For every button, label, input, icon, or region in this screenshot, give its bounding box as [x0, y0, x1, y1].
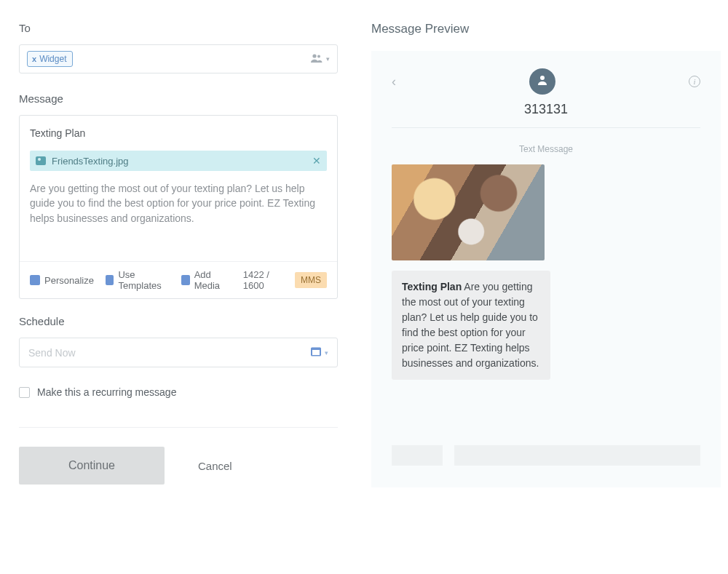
media-icon [181, 275, 190, 285]
to-field[interactable]: x Widget ▾ [19, 44, 338, 73]
cancel-button[interactable]: Cancel [194, 459, 237, 473]
text-message-label: Text Message [384, 144, 708, 154]
templates-label: Use Templates [118, 269, 170, 291]
svg-point-1 [317, 55, 320, 57]
svg-point-4 [540, 76, 545, 80]
character-counter: 1422 / 1600 [243, 269, 285, 291]
avatar [529, 68, 555, 95]
use-templates-button[interactable]: Use Templates [106, 269, 170, 291]
recurring-row[interactable]: Make this a recurring message [19, 386, 338, 398]
attachment-chip: FriendsTexting.jpg ✕ [30, 151, 327, 171]
mms-badge: MMS [295, 272, 327, 288]
bubble-body: Are you getting the most out of your tex… [402, 281, 539, 369]
chip-remove-icon[interactable]: x [32, 55, 36, 63]
schedule-placeholder: Send Now [28, 347, 76, 359]
message-composer: Texting Plan FriendsTexting.jpg ✕ Are yo… [19, 115, 338, 299]
schedule-field[interactable]: Send Now ▾ [19, 338, 338, 367]
preview-canvas: ‹ i 313131 Text Message Texting Plan Are… [371, 51, 721, 487]
remove-attachment-button[interactable]: ✕ [312, 155, 321, 167]
info-icon: i [689, 76, 700, 87]
preview-input-placeholder [384, 445, 708, 466]
skeleton-block [392, 445, 443, 466]
divider [19, 427, 338, 428]
personalize-label: Personalize [44, 275, 94, 286]
attachment-filename: FriendsTexting.jpg [52, 156, 129, 167]
recipient-chip[interactable]: x Widget [27, 51, 73, 67]
composer-toolbar: Personalize Use Templates Add Media 1422… [20, 261, 337, 298]
personalize-icon [30, 275, 40, 285]
templates-icon [106, 275, 114, 285]
add-media-button[interactable]: Add Media [181, 269, 232, 291]
preview-title: Message Preview [371, 22, 721, 36]
to-label: To [19, 22, 338, 34]
chevron-down-icon: ▾ [325, 349, 328, 356]
people-icon [311, 53, 324, 65]
personalize-button[interactable]: Personalize [30, 275, 94, 286]
message-label: Message [19, 92, 338, 105]
add-recipients-button[interactable]: ▾ [311, 53, 330, 65]
message-bubble: Texting Plan Are you getting the most ou… [392, 271, 550, 380]
calendar-icon [310, 346, 322, 359]
chip-label: Widget [39, 54, 66, 64]
skeleton-block [454, 445, 700, 466]
back-icon: ‹ [392, 74, 396, 89]
message-body-textarea[interactable]: Are you getting the most out of your tex… [30, 181, 327, 261]
sender-number: 313131 [384, 102, 708, 117]
recurring-label: Make this a recurring message [37, 386, 176, 398]
image-icon [36, 156, 46, 165]
chevron-down-icon: ▾ [326, 55, 330, 63]
preview-panel: Message Preview ‹ i 313131 Text Message … [357, 0, 728, 574]
person-icon [537, 74, 548, 89]
svg-point-0 [312, 54, 316, 57]
bubble-subject: Texting Plan [402, 281, 462, 292]
schedule-label: Schedule [19, 315, 338, 327]
compose-panel: To x Widget ▾ Message Texting Plan Frie [0, 0, 357, 574]
svg-rect-3 [312, 350, 320, 355]
recurring-checkbox[interactable] [19, 387, 30, 398]
continue-button[interactable]: Continue [19, 447, 165, 485]
schedule-picker-button[interactable]: ▾ [310, 346, 328, 359]
action-row: Continue Cancel [19, 447, 338, 485]
message-subject-input[interactable]: Texting Plan [30, 127, 327, 139]
preview-image [392, 164, 545, 260]
preview-divider [392, 127, 700, 128]
media-label: Add Media [194, 269, 232, 291]
